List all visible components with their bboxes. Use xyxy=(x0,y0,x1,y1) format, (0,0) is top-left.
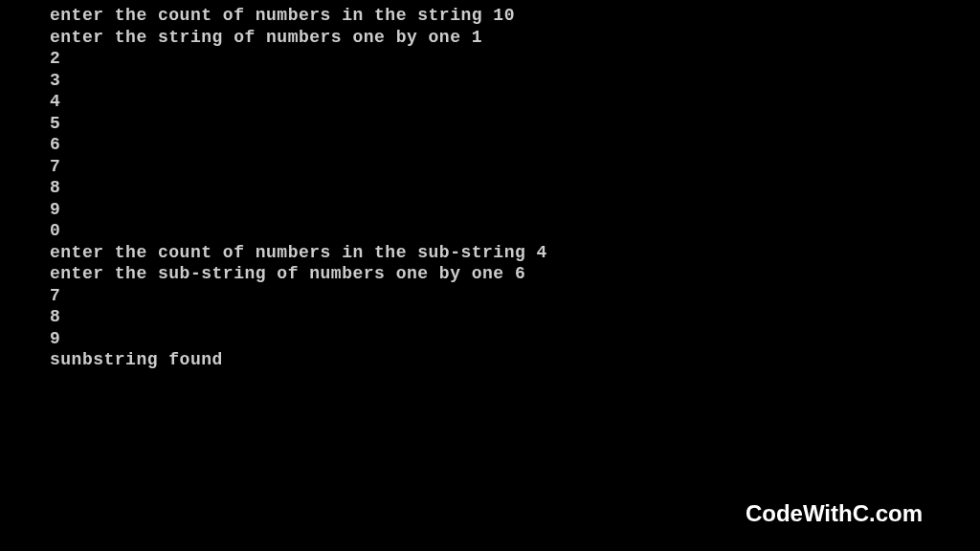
terminal-output: enter the count of numbers in the string… xyxy=(0,0,980,371)
terminal-line: 8 xyxy=(50,306,980,328)
terminal-line: 0 xyxy=(50,220,980,242)
terminal-line: 2 xyxy=(50,48,980,70)
terminal-line: enter the string of numbers one by one 1 xyxy=(50,27,980,49)
terminal-line: 5 xyxy=(50,113,980,135)
terminal-line: 6 xyxy=(50,134,980,156)
terminal-line: 3 xyxy=(50,70,980,92)
terminal-line: 9 xyxy=(50,328,980,350)
terminal-line: 7 xyxy=(50,285,980,307)
terminal-line: 9 xyxy=(50,199,980,221)
watermark: CodeWithC.com xyxy=(746,500,923,527)
terminal-line: enter the count of numbers in the string… xyxy=(50,5,980,27)
terminal-line: sunbstring found xyxy=(50,349,980,371)
terminal-line: 4 xyxy=(50,91,980,113)
terminal-line: 7 xyxy=(50,156,980,178)
terminal-line: enter the count of numbers in the sub-st… xyxy=(50,242,980,264)
terminal-line: enter the sub-string of numbers one by o… xyxy=(50,263,980,285)
terminal-line: 8 xyxy=(50,177,980,199)
